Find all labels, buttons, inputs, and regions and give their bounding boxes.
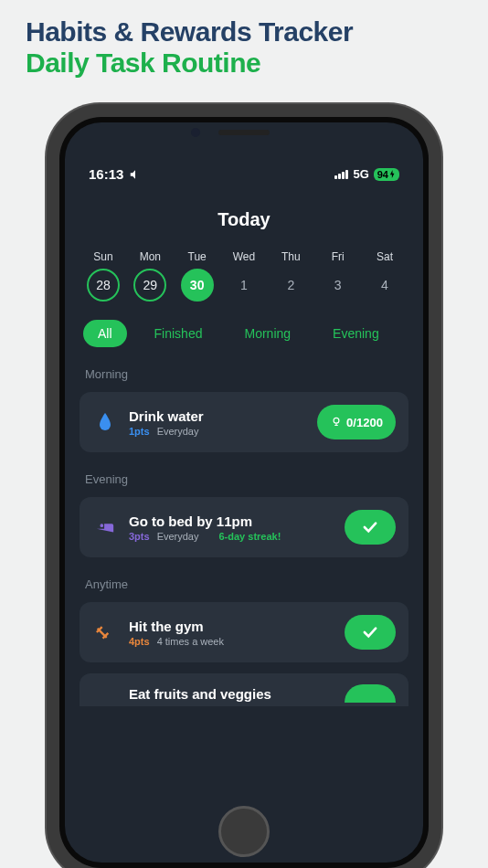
day-number: 1: [228, 269, 260, 302]
day-number: 28: [87, 269, 120, 302]
bed-icon: [92, 520, 118, 535]
day-number: 29: [133, 269, 166, 302]
task-points: 4pts: [129, 636, 150, 647]
day-number: 30: [181, 269, 214, 302]
day-wed[interactable]: Wed 1: [224, 250, 264, 302]
task-eat-veggies[interactable]: Eat fruits and veggies: [80, 673, 408, 706]
filter-morning[interactable]: Morning: [229, 320, 305, 347]
task-complete-button[interactable]: [345, 615, 396, 650]
promo-title-line2: Daily Task Routine: [26, 48, 462, 79]
filter-finished[interactable]: Finished: [140, 320, 217, 347]
promo-title-line1: Habits & Rewards Tracker: [26, 16, 462, 48]
filter-all[interactable]: All: [83, 320, 127, 347]
day-sat[interactable]: Sat 4: [365, 250, 405, 302]
section-anytime: Anytime: [65, 577, 423, 591]
check-icon: [362, 626, 378, 639]
signal-bars-icon: [334, 170, 348, 179]
check-icon: [362, 521, 378, 534]
day-tue[interactable]: Tue 30: [177, 250, 217, 302]
task-progress-button[interactable]: 0/1200: [317, 405, 396, 439]
task-drink-water[interactable]: Drink water 1pts Everyday 0/1200: [80, 392, 408, 452]
day-name: Wed: [233, 250, 255, 263]
filter-row: All Finished Morning Evening: [65, 320, 423, 347]
home-button[interactable]: [218, 806, 270, 857]
day-name: Tue: [188, 250, 207, 263]
phone-speaker: [218, 130, 270, 135]
filter-evening[interactable]: Evening: [318, 320, 394, 347]
day-number: 2: [274, 269, 307, 302]
day-sun[interactable]: Sun 28: [83, 250, 123, 302]
day-fri[interactable]: Fri 3: [318, 250, 358, 302]
section-morning: Morning: [65, 367, 423, 381]
svg-point-0: [334, 418, 339, 423]
task-frequency: Everyday: [157, 531, 199, 542]
task-hit-gym[interactable]: Hit the gym 4pts 4 times a week: [80, 602, 408, 662]
silent-icon: [129, 168, 142, 181]
battery-level: 94: [377, 169, 388, 180]
task-complete-button[interactable]: [345, 684, 396, 703]
task-points: 3pts: [129, 531, 150, 542]
section-evening: Evening: [65, 472, 423, 486]
day-name: Thu: [281, 250, 301, 263]
task-frequency: 4 times a week: [157, 636, 224, 647]
task-title: Hit the gym: [129, 619, 334, 634]
status-time: 16:13: [89, 166, 123, 182]
task-go-to-bed[interactable]: Go to bed by 11pm 3pts Everyday 6-day st…: [80, 497, 408, 557]
day-name: Sun: [93, 250, 112, 263]
target-icon: [330, 416, 343, 429]
task-title: Drink water: [129, 408, 306, 424]
phone-frame: 16:13 5G 94 Today Sun: [47, 104, 441, 868]
day-mon[interactable]: Mon 29: [130, 250, 170, 302]
task-points: 1pts: [129, 426, 150, 437]
task-streak: 6-day streak!: [218, 531, 281, 542]
day-name: Fri: [332, 250, 345, 263]
day-name: Sat: [377, 250, 393, 263]
day-name: Mon: [140, 250, 161, 263]
phone-camera: [191, 128, 200, 137]
task-frequency: Everyday: [157, 426, 199, 437]
network-label: 5G: [353, 167, 368, 181]
battery-badge: 94: [374, 168, 399, 181]
task-title: Eat fruits and veggies: [129, 686, 334, 702]
app-screen: 16:13 5G 94 Today Sun: [65, 122, 423, 863]
task-title: Go to bed by 11pm: [129, 513, 334, 529]
day-number: 3: [322, 269, 355, 302]
week-row: Sun 28 Mon 29 Tue 30 Wed 1 Thu 2: [65, 250, 423, 302]
day-thu[interactable]: Thu 2: [271, 250, 311, 302]
day-number: 4: [368, 269, 401, 302]
veggie-icon: [92, 687, 118, 700]
page-title: Today: [65, 209, 423, 230]
progress-label: 0/1200: [346, 416, 383, 429]
promo-header: Habits & Rewards Tracker Daily Task Rout…: [0, 0, 488, 86]
dumbbell-icon: [92, 623, 118, 641]
water-drop-icon: [92, 413, 118, 431]
task-complete-button[interactable]: [345, 510, 396, 545]
